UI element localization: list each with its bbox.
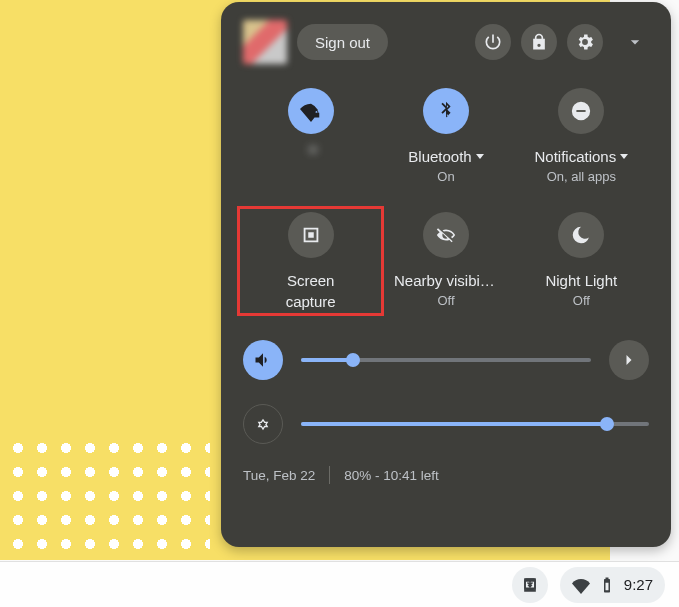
downloads-tray-button[interactable] <box>512 567 548 603</box>
footer-battery-status: 80% - 10:41 left <box>344 468 439 483</box>
tile-bluetooth-sub: On <box>437 169 454 184</box>
settings-button[interactable] <box>567 24 603 60</box>
dropdown-caret-icon <box>620 154 628 159</box>
lock-icon <box>529 32 549 52</box>
wifi-icon <box>572 576 590 594</box>
tile-screencap-label1: Screen <box>287 272 335 289</box>
panel-footer: Tue, Feb 22 80% - 10:41 left <box>243 466 649 484</box>
tile-nightlight-label: Night Light <box>545 272 617 289</box>
lock-button[interactable] <box>521 24 557 60</box>
desktop-dots-decoration <box>0 430 210 556</box>
panel-header: Sign out <box>243 20 649 64</box>
tile-network[interactable] <box>243 88 378 184</box>
bluetooth-icon <box>423 88 469 134</box>
night-light-icon <box>558 212 604 258</box>
gear-icon <box>575 32 595 52</box>
volume-slider[interactable] <box>301 358 591 362</box>
tile-notifications[interactable]: Notifications On, all apps <box>514 88 649 184</box>
brightness-slider[interactable] <box>301 422 649 426</box>
volume-icon <box>253 350 273 370</box>
footer-date: Tue, Feb 22 <box>243 468 315 483</box>
power-button[interactable] <box>475 24 511 60</box>
visibility-off-icon <box>423 212 469 258</box>
tile-nearby-visibility[interactable]: Nearby visibility Off <box>378 212 513 310</box>
volume-row <box>243 340 649 380</box>
tile-bluetooth[interactable]: Bluetooth On <box>378 88 513 184</box>
sliders-section <box>243 340 649 444</box>
brightness-row <box>243 404 649 444</box>
tile-screen-capture[interactable]: Screen capture <box>243 212 378 310</box>
tile-screencap-label2: capture <box>286 293 336 310</box>
chevron-down-icon <box>625 32 645 52</box>
avatar[interactable] <box>243 20 287 64</box>
quick-settings-panel: Sign out Bluetooth On <box>221 2 671 547</box>
dropdown-caret-icon <box>476 154 484 159</box>
do-not-disturb-icon <box>558 88 604 134</box>
footer-divider <box>329 466 330 484</box>
quick-tiles-grid: Bluetooth On Notifications On, all apps … <box>243 88 649 310</box>
battery-icon <box>598 576 616 594</box>
status-area[interactable]: 9:27 <box>560 567 665 603</box>
volume-button[interactable] <box>243 340 283 380</box>
power-icon <box>483 32 503 52</box>
svg-rect-1 <box>526 587 534 589</box>
tile-nearby-sub: Off <box>437 293 454 308</box>
chevron-right-icon <box>619 350 639 370</box>
dropdown-caret-icon <box>309 148 317 153</box>
tile-notifications-sub: On, all apps <box>547 169 616 184</box>
tile-nearby-label: Nearby visibility <box>394 272 498 289</box>
taskbar-clock: 9:27 <box>624 576 653 593</box>
tile-bluetooth-label: Bluetooth <box>408 148 471 165</box>
download-tray-icon <box>520 575 540 595</box>
tile-night-light[interactable]: Night Light Off <box>514 212 649 310</box>
tile-nightlight-sub: Off <box>573 293 590 308</box>
taskbar: 9:27 <box>0 561 679 607</box>
sign-out-button[interactable]: Sign out <box>297 24 388 60</box>
collapse-button[interactable] <box>621 28 649 56</box>
wifi-lock-icon <box>288 88 334 134</box>
brightness-icon <box>253 414 273 434</box>
tile-notifications-label: Notifications <box>534 148 616 165</box>
brightness-button[interactable] <box>243 404 283 444</box>
audio-settings-button[interactable] <box>609 340 649 380</box>
screen-capture-icon <box>288 212 334 258</box>
